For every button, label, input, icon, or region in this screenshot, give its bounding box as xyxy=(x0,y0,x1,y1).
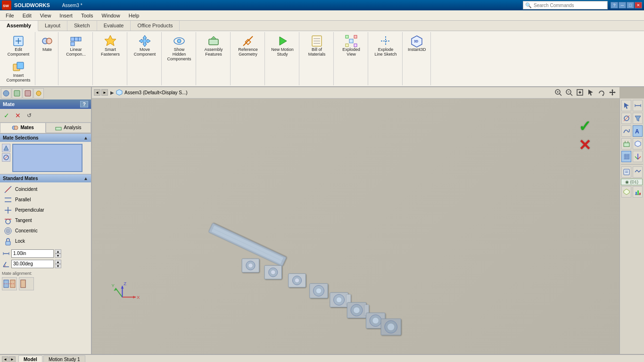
svg-point-108 xyxy=(388,323,395,330)
menu-window[interactable]: Window xyxy=(98,12,124,19)
angle-up[interactable]: ▲ xyxy=(55,260,61,264)
ribbon-btn-linear[interactable]: Linear Compon... xyxy=(61,33,91,58)
search-bar[interactable]: 🔍 xyxy=(523,1,608,9)
standard-mates-header[interactable]: Standard Mates ▲ xyxy=(0,174,91,182)
tab-model[interactable]: Model xyxy=(18,355,42,362)
show-hidden-icon xyxy=(173,34,186,48)
menu-file[interactable]: File xyxy=(2,12,18,19)
tab-motion-study[interactable]: Motion Study 1 xyxy=(43,355,85,362)
mate-selections-collapse[interactable]: ▲ xyxy=(83,135,88,140)
svg-point-16 xyxy=(177,39,181,43)
canvas-cancel-button[interactable]: ✕ xyxy=(578,136,591,154)
rt-btn-feature2[interactable] xyxy=(621,186,631,197)
ribbon-btn-smart-fasteners[interactable]: Smart Fasteners xyxy=(96,33,125,58)
svg-text:SW: SW xyxy=(3,4,9,8)
rt-btn-filter[interactable] xyxy=(633,113,643,124)
panel-icon-1[interactable] xyxy=(1,88,11,99)
tab-sketch[interactable]: Sketch xyxy=(67,21,97,31)
ribbon-btn-reference[interactable]: Reference Geometry xyxy=(233,33,263,58)
align-btn-2[interactable] xyxy=(19,277,34,290)
ribbon-btn-exploded[interactable]: Exploded View xyxy=(337,33,366,58)
selection-icon-1[interactable] xyxy=(2,144,10,152)
ribbon-btn-edit-component[interactable]: Edit Component xyxy=(4,33,33,58)
selection-icon-2[interactable] xyxy=(2,153,10,162)
distance-up[interactable]: ▲ xyxy=(55,249,61,254)
ribbon-btn-show-hidden[interactable]: Show Hidden Components xyxy=(165,33,194,63)
rt-btn-curve[interactable] xyxy=(621,125,631,137)
panel-icon-3[interactable] xyxy=(23,88,33,99)
panel-header: Mate ? xyxy=(0,99,91,109)
help-button[interactable]: ? xyxy=(611,2,618,8)
component-8 xyxy=(381,319,401,335)
panel-icon-2[interactable] xyxy=(12,88,22,99)
panel-help-icon[interactable]: ? xyxy=(80,101,88,107)
standard-mates-collapse[interactable]: ▲ xyxy=(83,176,88,181)
panel-tab-analysis[interactable]: Analysis xyxy=(46,123,91,133)
menu-view[interactable]: View xyxy=(36,12,55,19)
close-button[interactable]: ✕ xyxy=(635,2,642,8)
distance-input[interactable] xyxy=(11,249,54,258)
ribbon-btn-instant3d[interactable]: 3D Instant3D xyxy=(405,33,429,54)
confirm-button[interactable]: ✓ xyxy=(2,111,11,120)
rt-btn-triad[interactable] xyxy=(633,151,643,162)
ribbon-btn-assembly-features[interactable]: Assembly Features xyxy=(199,33,228,58)
zoom-fit-btn[interactable] xyxy=(575,88,585,97)
minimize-button[interactable]: ─ xyxy=(619,2,626,8)
mate-perpendicular[interactable]: Perpendicular xyxy=(2,205,89,215)
search-input[interactable] xyxy=(534,3,605,8)
ribbon-btn-explode-line[interactable]: Explode Line Sketch xyxy=(371,33,400,58)
menu-help[interactable]: Help xyxy=(125,12,143,19)
nav-next[interactable]: ► xyxy=(9,356,16,362)
tab-assembly[interactable]: Assembly xyxy=(0,21,38,31)
rt-btn-property[interactable] xyxy=(621,166,631,178)
mate-concentric[interactable]: Concentric xyxy=(2,226,89,236)
rt-btn-grid[interactable] xyxy=(621,151,631,162)
ribbon-btn-insert-components[interactable]: Insert Components xyxy=(4,59,33,84)
rt-btn-snap[interactable] xyxy=(621,113,631,124)
angle-input[interactable] xyxy=(11,260,54,268)
menu-tools[interactable]: Tools xyxy=(77,12,97,19)
select-btn[interactable] xyxy=(586,88,596,97)
rt-btn-3d[interactable] xyxy=(633,138,643,149)
ribbon-btn-bom[interactable]: Bill of Materials xyxy=(302,33,331,58)
tree-nav-left[interactable]: ◄ xyxy=(94,89,100,96)
mate-tangent[interactable]: Tangent xyxy=(2,215,89,226)
zoom-out-btn[interactable] xyxy=(564,88,574,97)
mate-parallel[interactable]: Parallel xyxy=(2,195,89,205)
rt-btn-select[interactable] xyxy=(621,100,631,111)
ribbon-btn-mate[interactable]: Mate xyxy=(38,33,56,54)
nav-prev[interactable]: ◄ xyxy=(2,356,8,362)
menu-insert[interactable]: Insert xyxy=(56,12,76,19)
restore-button[interactable]: □ xyxy=(627,2,634,8)
rotate-btn[interactable] xyxy=(596,88,607,97)
mate-coincident[interactable]: Coincident xyxy=(2,184,89,195)
rt-btn-sketch-tools[interactable] xyxy=(621,138,631,149)
mate-lock[interactable]: Lock xyxy=(2,236,89,247)
tab-evaluate[interactable]: Evaluate xyxy=(97,21,131,31)
zoom-in-btn[interactable] xyxy=(553,88,563,97)
undo-button[interactable]: ↺ xyxy=(25,111,34,120)
canvas-ok-button[interactable]: ✓ xyxy=(578,117,591,135)
expand-icon[interactable]: ▶ xyxy=(110,90,114,95)
menu-edit[interactable]: Edit xyxy=(19,12,35,19)
cancel-button[interactable]: ✕ xyxy=(13,111,23,120)
rt-btn-text[interactable]: A xyxy=(633,125,643,137)
mate-selections-header[interactable]: Mate Selections ▲ xyxy=(0,133,91,142)
angle-down[interactable]: ▼ xyxy=(55,264,61,268)
pan-btn[interactable] xyxy=(607,88,618,97)
tree-nav-right[interactable]: ► xyxy=(101,89,108,96)
selection-box[interactable] xyxy=(12,144,83,172)
panel-tab-mates[interactable]: Mates xyxy=(0,123,46,133)
rt-btn-measure[interactable] xyxy=(633,100,643,111)
panel-icon-4[interactable] xyxy=(33,88,44,99)
tab-office-products[interactable]: Office Products xyxy=(131,21,180,31)
align-btn-1[interactable] xyxy=(2,277,17,290)
ribbon-btn-move[interactable]: Move Component xyxy=(130,33,159,58)
ribbon-btn-motion[interactable]: New Motion Study xyxy=(268,33,297,58)
distance-down[interactable]: ▼ xyxy=(55,254,61,258)
assembly-view[interactable]: X Y Z ✓ ✕ xyxy=(92,99,619,354)
rt-btn-chart[interactable] xyxy=(633,186,643,197)
rt-btn-view2[interactable] xyxy=(633,166,643,178)
tab-layout[interactable]: Layout xyxy=(38,21,67,31)
mate-selection-area xyxy=(0,142,91,174)
